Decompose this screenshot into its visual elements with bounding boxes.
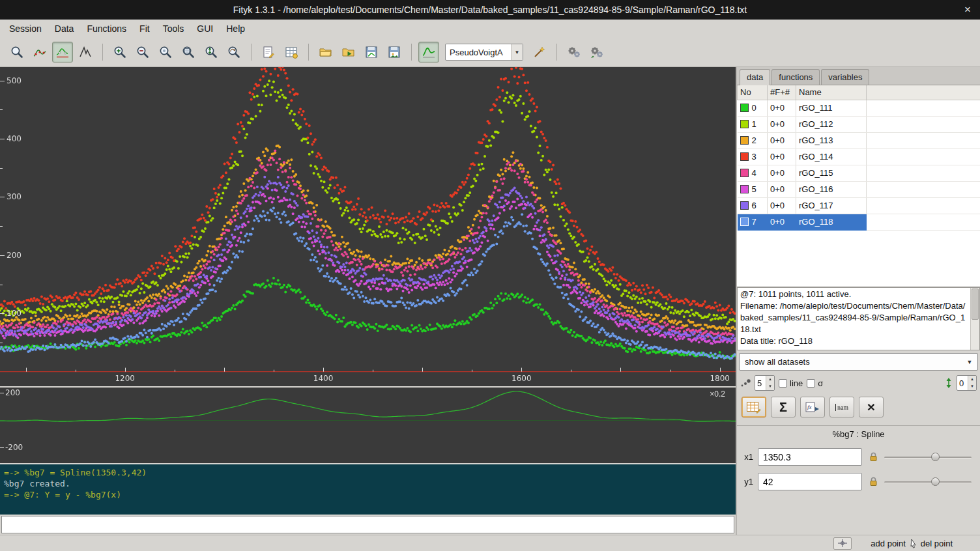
info-filename: Filename: /home/aleplo/test/Documents/Ch… bbox=[740, 300, 968, 335]
x1-slider[interactable] bbox=[884, 451, 974, 464]
y1-slider[interactable] bbox=[884, 475, 974, 488]
zoom-in-button[interactable] bbox=[109, 42, 130, 63]
lock-icon bbox=[869, 452, 878, 462]
main-plot[interactable] bbox=[0, 67, 736, 386]
spinner-down-icon: ▼ bbox=[968, 383, 976, 390]
menu-data[interactable]: Data bbox=[48, 23, 81, 34]
export-image-button[interactable] bbox=[384, 42, 405, 63]
x1-label: x1 bbox=[743, 452, 753, 462]
spinner-arrows[interactable]: ▲▼ bbox=[968, 376, 976, 390]
menu-session[interactable]: Session bbox=[3, 23, 48, 34]
sigma-icon: Σ bbox=[779, 400, 787, 415]
slider-handle[interactable] bbox=[931, 453, 940, 461]
tab-functions[interactable]: functions bbox=[771, 69, 820, 85]
mode-background-button[interactable] bbox=[52, 42, 73, 63]
dataset-row[interactable]: 00+0rGO_111 bbox=[738, 100, 980, 116]
sigma-checkbox[interactable]: σ bbox=[807, 378, 823, 388]
titlebar: Fityk 1.3.1 - /home/aleplo/test/Document… bbox=[0, 0, 980, 20]
dataset-row[interactable]: 50+0rGO_116 bbox=[738, 181, 980, 197]
menu-tools[interactable]: Tools bbox=[156, 23, 191, 34]
save-session-button[interactable] bbox=[361, 42, 382, 63]
dataset-row[interactable]: 60+0rGO_117 bbox=[738, 197, 980, 214]
dataset-color-swatch bbox=[740, 136, 749, 145]
col-no[interactable]: No bbox=[738, 85, 768, 100]
tab-variables[interactable]: variables bbox=[821, 69, 869, 85]
auto-add-peak-button[interactable] bbox=[529, 42, 550, 63]
mode-data-range-button[interactable] bbox=[29, 42, 50, 63]
magnifier-minus-icon bbox=[136, 45, 150, 59]
mode-normal-button[interactable] bbox=[7, 42, 27, 63]
y1-lock-button[interactable] bbox=[867, 473, 880, 490]
peak-type-value: PseudoVoigtA bbox=[446, 48, 511, 57]
scrollbar-thumb[interactable] bbox=[972, 289, 979, 320]
aux-plot[interactable]: ×0.2 bbox=[0, 386, 736, 463]
dataset-color-swatch bbox=[740, 185, 749, 193]
chevron-down-icon: ▼ bbox=[962, 359, 977, 365]
x1-lock-button[interactable] bbox=[867, 448, 880, 466]
zoom-undo-button[interactable] bbox=[223, 42, 244, 63]
zoom-vertical-button[interactable] bbox=[201, 42, 222, 63]
fit-options-button[interactable] bbox=[586, 42, 607, 63]
dataset-row[interactable]: 70+0rGO_118 bbox=[738, 214, 980, 230]
dataset-row[interactable]: 10+0rGO_112 bbox=[738, 116, 980, 132]
sum-button[interactable]: Σ bbox=[771, 397, 796, 417]
dataset-row[interactable]: 30+0rGO_114 bbox=[738, 148, 980, 165]
magnifier-plus-icon bbox=[113, 45, 127, 59]
dataset-color-swatch bbox=[740, 152, 749, 161]
rename-icon: nam bbox=[835, 404, 848, 411]
menu-fit[interactable]: Fit bbox=[133, 23, 156, 34]
sidebar-tabs: data functions variables bbox=[737, 67, 980, 85]
delete-dataset-button[interactable]: × bbox=[859, 397, 884, 417]
menu-functions[interactable]: Functions bbox=[80, 23, 133, 34]
menu-gui[interactable]: GUI bbox=[190, 23, 220, 34]
info-points: @7: 1011 points, 1011 active. bbox=[740, 289, 968, 300]
zoom-out-button[interactable] bbox=[132, 42, 153, 63]
toolbar-separator bbox=[251, 44, 252, 61]
spinner-arrows[interactable]: ▲▼ bbox=[766, 376, 774, 390]
main-plot-canvas[interactable] bbox=[0, 67, 736, 386]
line-checkbox[interactable]: line bbox=[779, 378, 803, 388]
y-shift-spinner[interactable]: 0 ▲▼ bbox=[957, 375, 977, 391]
rename-button[interactable]: nam bbox=[829, 397, 854, 417]
cursor-format-button[interactable] bbox=[833, 537, 852, 550]
show-datasets-value: show all datasets bbox=[740, 357, 962, 367]
dataset-row[interactable]: 40+0rGO_115 bbox=[738, 165, 980, 181]
plot-config-button[interactable] bbox=[418, 42, 439, 63]
zoom-all-button[interactable] bbox=[178, 42, 199, 63]
checkbox-box[interactable] bbox=[807, 379, 815, 388]
zoom-prev-button[interactable] bbox=[155, 42, 176, 63]
data-editor-button[interactable] bbox=[281, 42, 302, 63]
show-datasets-dropdown[interactable]: show all datasets ▼ bbox=[739, 353, 978, 371]
menu-help[interactable]: Help bbox=[220, 23, 252, 34]
aux-plot-canvas[interactable] bbox=[0, 388, 736, 463]
dataset-table: No #F+# Name 00+0rGO_111 10+0rGO_112 20+… bbox=[737, 85, 980, 287]
save-curve-icon bbox=[364, 45, 379, 59]
chevron-down-icon: ▼ bbox=[511, 44, 523, 60]
y1-input[interactable] bbox=[758, 473, 862, 490]
tab-data[interactable]: data bbox=[740, 69, 770, 85]
x1-input[interactable] bbox=[758, 448, 862, 466]
close-icon[interactable]: × bbox=[964, 0, 971, 20]
dataset-actions-row: Σ fx nam × bbox=[737, 394, 980, 420]
dataset-row[interactable]: 20+0rGO_113 bbox=[738, 132, 980, 148]
run-fit-button[interactable] bbox=[564, 42, 584, 63]
copy-function-button[interactable]: fx bbox=[800, 397, 825, 417]
info-scrollbar[interactable] bbox=[970, 288, 979, 350]
command-input[interactable] bbox=[1, 516, 734, 533]
slider-track bbox=[884, 457, 972, 459]
peak-type-combobox[interactable]: PseudoVoigtA▼ bbox=[445, 44, 523, 61]
slider-handle[interactable] bbox=[931, 477, 940, 486]
mode-add-peak-button[interactable] bbox=[75, 42, 96, 63]
col-name[interactable]: Name bbox=[796, 85, 867, 100]
edit-script-button[interactable] bbox=[258, 42, 279, 63]
col-f[interactable]: #F+# bbox=[768, 85, 796, 100]
dataset-color-swatch bbox=[740, 104, 749, 112]
doc-edit-icon bbox=[261, 45, 276, 59]
data-transform-button[interactable] bbox=[742, 397, 766, 417]
table-edit-icon bbox=[284, 45, 298, 59]
point-size-spinner[interactable]: 5 ▲▼ bbox=[755, 375, 775, 391]
execute-script-button[interactable] bbox=[338, 42, 359, 63]
delete-icon: × bbox=[867, 399, 875, 415]
checkbox-box[interactable] bbox=[779, 379, 787, 388]
load-data-button[interactable] bbox=[315, 42, 336, 63]
